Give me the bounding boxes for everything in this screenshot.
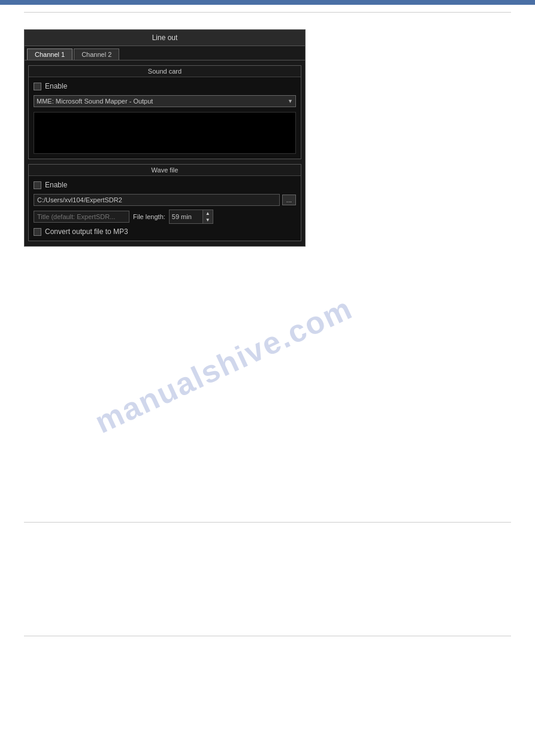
sound-card-dropdown[interactable]: MME: Microsoft Sound Mapper - Output (34, 95, 296, 107)
title-length-row: File length: ▲ ▼ (34, 210, 296, 224)
sound-card-label: Sound card (29, 66, 301, 77)
bottom-rule-1 (24, 522, 511, 523)
wave-file-section: Wave file Enable ... File l (28, 164, 301, 241)
file-path-input[interactable] (34, 194, 280, 206)
convert-checkbox[interactable] (34, 228, 41, 236)
dialog-title-text: Line out (152, 34, 178, 42)
file-length-input[interactable] (170, 211, 202, 222)
sound-card-enable-label: Enable (45, 82, 67, 90)
convert-row: Convert output file to MP3 (34, 227, 296, 236)
spinner-up-button[interactable]: ▲ (203, 210, 213, 217)
sound-card-content: Enable MME: Microsoft Sound Mapper - Out… (29, 77, 301, 159)
sound-card-dropdown-wrapper: MME: Microsoft Sound Mapper - Output (34, 95, 296, 107)
tab-channel2[interactable]: Channel 2 (74, 48, 119, 60)
dialog-title: Line out (25, 30, 305, 46)
spinner-down-button[interactable]: ▼ (203, 217, 213, 223)
file-length-spinner: ▲ ▼ (169, 210, 213, 224)
sound-card-enable-row: Enable (34, 82, 296, 90)
line-out-dialog: Line out Channel 1 Channel 2 Sound card … (24, 29, 306, 247)
content-area: Line out Channel 1 Channel 2 Sound card … (0, 13, 535, 253)
file-length-label: File length: (133, 213, 165, 220)
file-path-row: ... (34, 194, 296, 206)
browse-button[interactable]: ... (282, 195, 296, 205)
sound-card-dropdown-row: MME: Microsoft Sound Mapper - Output (34, 95, 296, 107)
sound-card-enable-checkbox[interactable] (34, 83, 41, 90)
watermark: manualshive.com (89, 290, 358, 440)
wave-file-label: Wave file (29, 165, 301, 176)
title-input[interactable] (34, 211, 129, 223)
tabs-row: Channel 1 Channel 2 (25, 46, 305, 60)
wave-enable-checkbox[interactable] (34, 181, 41, 189)
wave-file-content: Enable ... File length: ▲ (29, 176, 301, 241)
convert-label: Convert output file to MP3 (45, 227, 128, 236)
spinner-buttons: ▲ ▼ (202, 210, 213, 223)
wave-enable-label: Enable (45, 181, 67, 189)
wave-enable-row: Enable (34, 181, 296, 189)
top-bar (0, 0, 535, 5)
tab-channel1[interactable]: Channel 1 (27, 48, 72, 60)
sound-card-black-area (34, 112, 296, 154)
bottom-rule-2 (24, 636, 511, 636)
sound-card-section: Sound card Enable MME: Microsoft Sound M… (28, 65, 301, 159)
